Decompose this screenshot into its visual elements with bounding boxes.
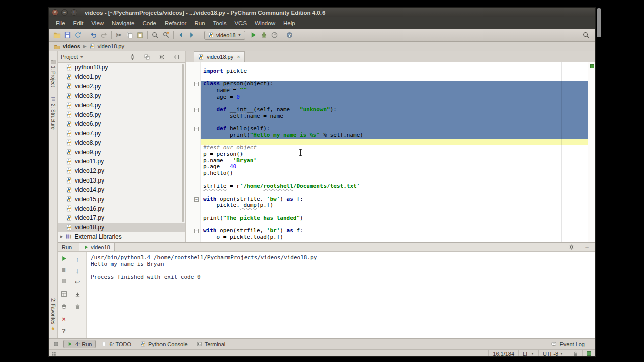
code-line[interactable]: print("The pickle has landed") [201,215,588,222]
tree-item-video15.py[interactable]: video15.py [58,195,185,204]
editor-tab-video18[interactable]: video18.py × [194,51,245,62]
code-line[interactable]: p.age = 40 [201,164,588,170]
debug-bug-button[interactable] [259,30,269,40]
tree-item-video11.py[interactable]: video11.py [58,157,185,166]
tool-window-button-event-log[interactable]: Event Log [547,340,588,348]
run-play-button[interactable] [248,30,259,40]
soft-wrap-button[interactable]: ↩ [73,277,82,286]
tool-window-switcher-icon[interactable] [51,339,61,349]
forward-button[interactable] [186,30,197,40]
search-everywhere-button[interactable] [581,30,591,40]
code-line[interactable]: strfile = r'/home/rootshell/Documents/te… [201,183,588,190]
code-line[interactable]: age = 0 [201,94,588,101]
fold-marker[interactable]: − [194,108,199,112]
tree-item-video17.py[interactable]: video17.py [58,213,185,223]
tool-window-quick-access-icon[interactable] [49,351,56,356]
window-close-button[interactable]: × [52,9,58,16]
editor-error-stripe[interactable] [588,62,596,242]
tree-item-video1.py[interactable]: video1.py [58,72,185,82]
tree-item-video12.py[interactable]: video12.py [58,166,185,176]
menu-item-code[interactable]: Code [138,19,160,28]
fold-marker[interactable]: − [194,197,199,202]
tree-item-video6.py[interactable]: video6.py [58,119,185,129]
settings-gear-button[interactable] [566,242,577,252]
tree-item-video7.py[interactable]: video7.py [58,129,185,138]
code-line[interactable]: #test our object [201,145,588,151]
menu-item-window[interactable]: Window [251,19,279,28]
synchronize-button[interactable] [73,30,84,40]
menu-item-file[interactable]: File [52,19,69,28]
window-maximize-button[interactable]: + [71,9,77,16]
code-line[interactable]: p = person() [201,151,588,158]
pause-button[interactable] [59,276,68,285]
fold-marker[interactable]: − [194,127,199,131]
settings-gear-button[interactable] [156,52,167,62]
code-line[interactable]: name = "" [201,87,588,94]
menu-item-help[interactable]: Help [279,19,299,28]
tree-item-video18.py[interactable]: video18.py [58,223,185,232]
expand-arrow-icon[interactable]: ▶ [60,235,63,239]
tree-item-video13.py[interactable]: video13.py [58,175,185,185]
menu-item-run[interactable]: Run [190,19,209,28]
tree-item-video16.py[interactable]: video16.py [58,204,185,213]
tree-item-video5.py[interactable]: video5.py [58,110,185,119]
printer-button[interactable] [59,301,68,310]
redo-button[interactable] [99,30,109,40]
tree-item-video9.py[interactable]: video9.py [58,147,185,157]
help-button[interactable]: ? [284,30,295,40]
paste-button[interactable] [135,30,145,40]
menu-item-tools[interactable]: Tools [209,19,231,28]
tree-item-video14.py[interactable]: video14.py [58,185,185,195]
up-stack-button[interactable]: ↑ [73,255,82,264]
close-icon[interactable]: × [237,54,240,60]
tree-item-video2.py[interactable]: video2.py [58,81,185,91]
question-button[interactable]: ? [59,326,68,335]
save-all-button[interactable] [62,30,73,40]
copy-button[interactable] [124,30,135,40]
breadcrumb-file[interactable]: video18.py [98,43,124,49]
window-minimize-button[interactable]: − [61,9,68,16]
locate-button[interactable] [127,52,138,62]
close-x-button[interactable]: × [59,314,68,323]
rerun-button[interactable] [59,254,68,263]
code-line[interactable]: pickle._dump(p,f) [201,202,588,209]
collapse-all-button[interactable] [142,52,152,62]
coverage-button[interactable] [269,30,280,40]
stop-button[interactable]: ■ [59,265,68,274]
restore-layout-button[interactable] [59,289,68,298]
caret-position-widget[interactable]: 16:1/184 [488,350,518,357]
project-panel-title[interactable]: Project [61,54,78,60]
run-console[interactable]: /usr/bin/python3.4 /home/rootshell/Pycha… [87,252,596,338]
menu-item-refactor[interactable]: Refactor [160,19,190,28]
run-configuration-select[interactable]: video18 ▼ [204,31,245,40]
line-separator-widget[interactable]: LF▼ [518,350,538,357]
tree-item-video3.py[interactable]: video3.py [58,91,185,101]
code-line[interactable]: p.name = 'Bryan' [201,158,588,164]
code-line[interactable]: print("Hello my name is %s" % self.name) [201,132,588,139]
tree-item-video8.py[interactable]: video8.py [58,138,185,148]
menu-item-edit[interactable]: Edit [69,19,88,28]
code-line[interactable]: self.name = name [201,113,588,120]
menu-item-view[interactable]: View [87,19,108,28]
project-scrollbar[interactable] [182,64,184,222]
tree-item-external-libraries[interactable]: ▶External Libraries [58,232,185,241]
breadcrumb-folder[interactable]: videos [63,43,80,49]
code-line[interactable]: p.hello() [201,170,588,177]
encoding-widget[interactable]: UTF-8▼ [538,350,568,357]
open-folder-button[interactable] [52,30,62,40]
tool-window-button-4-run[interactable]: 4: Run [63,340,96,348]
menu-item-vcs[interactable]: VCS [230,19,251,28]
menu-item-navigate[interactable]: Navigate [108,19,138,28]
cut-button[interactable]: ✂ [114,30,124,40]
tree-item-python10.py[interactable]: python10.py [58,63,185,72]
code-line[interactable]: import pickle [201,68,588,75]
tool-window-tab-2-favorites[interactable]: 2: Favorites★ [50,296,56,333]
clear-all-button[interactable] [73,302,82,311]
tool-window-button-python-console[interactable]: Python Console [137,340,191,348]
external-scrollbar-thumb[interactable] [597,8,601,37]
scroll-end-button[interactable] [73,290,82,299]
tree-item-video4.py[interactable]: video4.py [58,101,185,110]
code-line[interactable]: class person(object): [201,81,588,87]
hide-panel-button[interactable] [171,52,182,62]
tool-window-button-terminal[interactable]: Terminal [193,340,229,348]
